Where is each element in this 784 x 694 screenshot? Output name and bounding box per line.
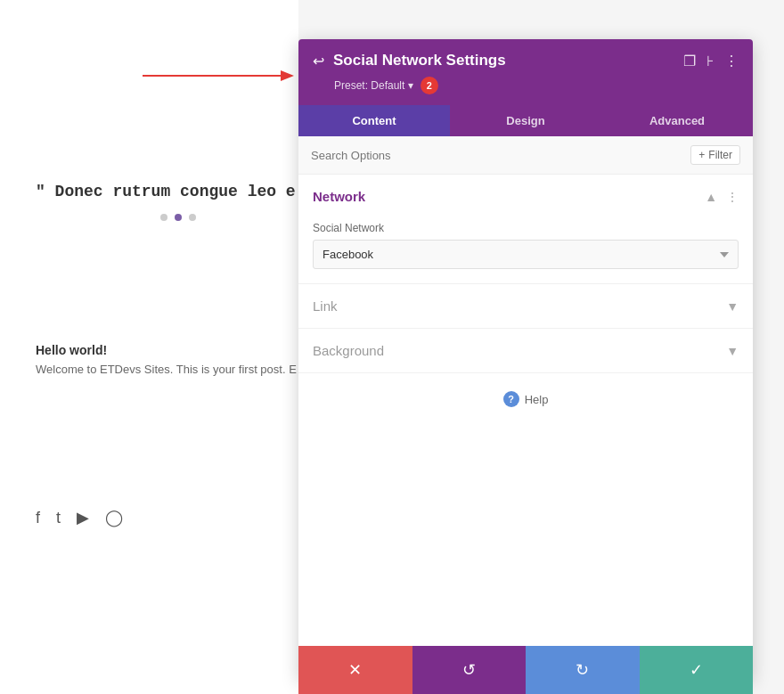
tab-design[interactable]: Design — [450, 105, 601, 136]
filter-label: Filter — [708, 149, 732, 161]
panel-title-right: ❐ ⊦ ⋮ — [683, 53, 739, 69]
preset-label[interactable]: Preset: Default ▾ — [334, 79, 413, 92]
network-section-header[interactable]: Network ▲ ⋮ — [298, 175, 753, 218]
panel-title: Social Network Settings — [333, 52, 506, 69]
back-arrow-icon[interactable]: ↩ — [313, 53, 324, 69]
redo-button[interactable]: ↻ — [526, 646, 640, 694]
carousel-dots — [160, 214, 196, 221]
arrow-indicator — [143, 67, 294, 85]
background-section-title: Background — [313, 343, 384, 358]
social-network-label: Social Network — [313, 222, 739, 234]
panel-body: Network ▲ ⋮ Social Network Facebook Twit… — [298, 175, 753, 681]
save-button[interactable]: ✓ — [640, 646, 754, 694]
link-expand-icon[interactable]: ▼ — [726, 299, 739, 314]
link-section-icons: ▼ — [726, 299, 739, 314]
filter-button[interactable]: + Filter — [690, 145, 740, 165]
cancel-icon: ✕ — [348, 660, 362, 680]
help-label[interactable]: Help — [525, 393, 549, 406]
background-section-header[interactable]: Background ▼ — [298, 329, 753, 372]
network-section-content: Social Network Facebook Twitter Instagra… — [298, 218, 753, 283]
dot-2[interactable] — [175, 214, 182, 221]
badge-number: 2 — [421, 77, 438, 94]
dot-1[interactable] — [160, 214, 167, 221]
social-icons-row: f t ▶ ◯ — [36, 508, 123, 527]
hello-title: Hello world! — [36, 343, 297, 357]
tab-content[interactable]: Content — [298, 105, 450, 136]
quote-text: " Donec rutrum congue leo e — [36, 183, 296, 200]
social-network-select[interactable]: Facebook Twitter Instagram LinkedIn YouT… — [313, 240, 739, 269]
panel-title-row: ↩ Social Network Settings ❐ ⊦ ⋮ — [298, 39, 753, 77]
background-expand-icon[interactable]: ▼ — [726, 344, 739, 358]
twitter-icon[interactable]: t — [56, 509, 61, 527]
hello-world-section: Hello world! Welcome to ETDevs Sites. Th… — [36, 343, 297, 376]
more-icon[interactable]: ⋮ — [724, 53, 739, 69]
undo-icon: ↺ — [462, 660, 476, 680]
filter-plus-icon: + — [698, 149, 705, 161]
undo-button[interactable]: ↺ — [412, 646, 527, 694]
link-section-header[interactable]: Link ▼ — [298, 284, 753, 328]
network-more-icon[interactable]: ⋮ — [726, 190, 739, 204]
dot-3[interactable] — [189, 214, 196, 221]
tab-advanced[interactable]: Advanced — [601, 105, 753, 136]
svg-marker-1 — [281, 70, 294, 81]
hello-text: Welcome to ETDevs Sites. This is your fi… — [36, 363, 297, 376]
screen-icon[interactable]: ❐ — [683, 53, 696, 69]
network-section: Network ▲ ⋮ Social Network Facebook Twit… — [298, 175, 753, 284]
cancel-button[interactable]: ✕ — [298, 646, 412, 694]
panel-tabs: Content Design Advanced — [298, 105, 753, 136]
network-collapse-icon[interactable]: ▲ — [705, 190, 717, 204]
youtube-icon[interactable]: ▶ — [77, 508, 89, 527]
settings-panel: ↩ Social Network Settings ❐ ⊦ ⋮ Preset: … — [298, 39, 753, 681]
network-section-icons: ▲ ⋮ — [705, 190, 739, 204]
search-input[interactable] — [311, 149, 690, 162]
network-section-title: Network — [313, 189, 365, 204]
facebook-icon[interactable]: f — [36, 509, 40, 527]
save-icon: ✓ — [690, 660, 703, 680]
link-section-title: Link — [313, 298, 338, 314]
background-section-icons: ▼ — [726, 344, 739, 358]
link-section: Link ▼ — [298, 284, 753, 329]
panel-title-left: ↩ Social Network Settings — [313, 52, 506, 69]
search-bar: + Filter — [298, 136, 753, 175]
layout-icon[interactable]: ⊦ — [706, 53, 714, 69]
help-icon[interactable]: ? — [503, 391, 519, 407]
redo-icon: ↻ — [576, 660, 589, 680]
panel-header: ↩ Social Network Settings ❐ ⊦ ⋮ Preset: … — [298, 39, 753, 105]
background-section: Background ▼ — [298, 329, 753, 373]
preset-row: Preset: Default ▾ 2 — [298, 77, 753, 105]
instagram-icon[interactable]: ◯ — [105, 508, 123, 527]
action-bar: ✕ ↺ ↻ ✓ — [298, 646, 753, 694]
help-row: ? Help — [298, 373, 753, 425]
